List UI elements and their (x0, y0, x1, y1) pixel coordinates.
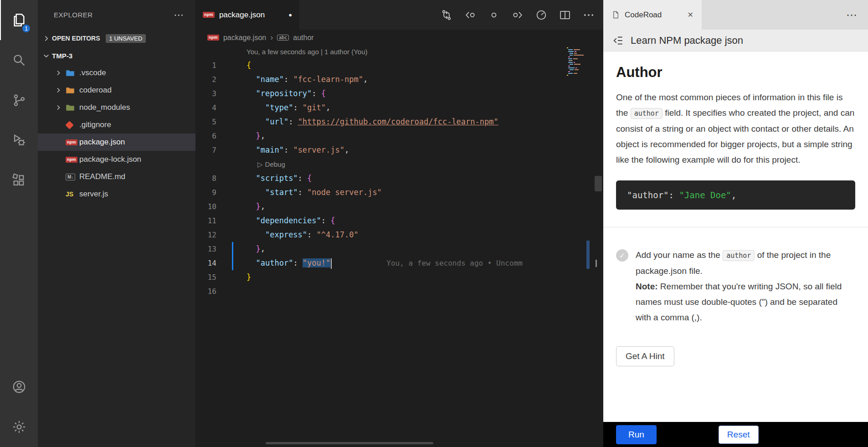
code-line-6[interactable]: 6 }, (195, 129, 565, 143)
record-step-icon[interactable] (488, 9, 500, 21)
tree-item-package-lock-json[interactable]: npmpackage-lock.json (38, 151, 195, 168)
npm-icon: npm (66, 139, 78, 145)
unsaved-dot-icon[interactable]: ● (288, 11, 292, 18)
task-check-icon: ✓ (616, 249, 628, 262)
codelens-authors[interactable]: You, a few seconds ago | 1 author (You) (195, 46, 565, 58)
search-activity-button[interactable] (0, 40, 38, 80)
modified-gutter-indicator (232, 228, 233, 242)
vscode-folder-icon (66, 69, 78, 77)
modified-gutter-indicator (232, 284, 233, 298)
code-line-15[interactable]: 15} (195, 270, 565, 284)
close-icon[interactable]: ✕ (688, 10, 693, 19)
code-line-12[interactable]: 12 "express": "^4.17.0" (195, 228, 565, 242)
modified-gutter-indicator (232, 101, 233, 115)
code-text: }, (247, 129, 265, 143)
modified-gutter-indicator (232, 72, 233, 87)
run-button[interactable]: Run (616, 425, 657, 444)
modified-gutter-indicator (232, 270, 233, 284)
tab-coderoad[interactable]: CodeRoad ✕ (603, 0, 702, 30)
code-line-5[interactable]: 5 "url": "https://github.com/coderoad/fc… (195, 115, 565, 129)
debug-codelens[interactable]: ▷Debug (247, 157, 285, 171)
code-text: "author": "you!"You, a few seconds ago •… (247, 256, 523, 270)
code-line-11[interactable]: 11 "dependencies": { (195, 214, 565, 228)
accounts-button[interactable] (0, 367, 38, 407)
file-label: .vscode (79, 68, 106, 77)
open-changes-icon[interactable] (440, 9, 453, 21)
workspace-root-folder[interactable]: TMP-3 (38, 47, 195, 64)
source-control-activity-button[interactable] (0, 80, 38, 120)
reset-button[interactable]: Reset (719, 426, 759, 444)
code-line-8[interactable]: 8 "scripts": { (195, 171, 565, 185)
tree-item-package-json[interactable]: npmpackage.json (38, 134, 195, 151)
open-editors-section[interactable]: OPEN EDITORS 1 UNSAVED (38, 30, 195, 47)
editor-tab-bar: npm package.json ● (195, 0, 603, 30)
get-hint-button[interactable]: Get A Hint (616, 346, 674, 366)
activity-bar: 1 (0, 0, 38, 447)
more-actions-icon[interactable] (582, 9, 595, 21)
more-actions-icon[interactable]: ⋯ (846, 9, 868, 21)
tree-item-coderoad[interactable]: coderoad (38, 82, 195, 99)
code-line-7[interactable]: 7 "main": "server.js", (195, 143, 565, 157)
code-text: "main": "server.js", (247, 143, 349, 157)
overview-ruler-slider[interactable] (595, 176, 602, 191)
code-line-10[interactable]: 10 }, (195, 200, 565, 214)
extensions-activity-button[interactable] (0, 160, 38, 200)
step-back-icon[interactable] (464, 9, 477, 21)
code-line-14[interactable]: 14 "author": "you!"You, a few seconds ag… (195, 256, 565, 270)
run-timer-icon[interactable] (535, 9, 548, 21)
line-number (195, 157, 228, 171)
code-line-1[interactable]: 1{ (195, 58, 565, 72)
breadcrumb: npm package.json › abc author (195, 30, 603, 46)
minimap[interactable] (565, 46, 586, 447)
code-text: }, (247, 242, 265, 256)
code-editor[interactable]: You, a few seconds ago | 1 author (You) … (195, 46, 565, 447)
code-line-9[interactable]: 9 "start": "node server.js" (195, 185, 565, 200)
modified-gutter-indicator (232, 185, 233, 200)
breadcrumb-symbol[interactable]: author (293, 34, 313, 42)
editor-toolbar (440, 0, 603, 30)
tree-item-readme-md[interactable]: M↓README.md (38, 168, 195, 185)
line-number: 14 (195, 256, 228, 270)
unsaved-badge: 1 UNSAVED (106, 34, 146, 43)
code-line-4[interactable]: 4 "type": "git", (195, 101, 565, 115)
tree-item-gitignore[interactable]: .gitignore (38, 116, 195, 134)
line-number: 4 (195, 101, 228, 115)
codelens-debug-line[interactable]: ▷Debug (195, 157, 565, 171)
run-debug-activity-button[interactable] (0, 120, 38, 160)
tutorial-title: Learn NPM package json (631, 35, 743, 46)
tree-item-vscode[interactable]: .vscode (38, 64, 195, 82)
breadcrumb-file[interactable]: package.json (223, 34, 266, 42)
minimap-code-preview (565, 46, 586, 91)
overview-ruler (586, 46, 603, 447)
code-text: "dependencies": { (247, 214, 335, 228)
code-line-13[interactable]: 13 }, (195, 242, 565, 256)
code-line-2[interactable]: 2 "name": "fcc-learn-npm", (195, 72, 565, 87)
split-editor-icon[interactable] (559, 9, 571, 21)
account-icon (11, 379, 27, 395)
tab-package-json[interactable]: npm package.json ● (195, 0, 299, 30)
code-text: { (247, 58, 251, 72)
code-line-3[interactable]: 3 "repository": { (195, 87, 565, 101)
settings-button[interactable] (0, 407, 38, 447)
horizontal-scrollbar[interactable] (266, 442, 433, 444)
file-label: node_modules (79, 103, 130, 112)
file-label: server.js (79, 190, 108, 199)
modified-gutter-indicator (232, 214, 233, 228)
explorer-activity-button[interactable]: 1 (0, 0, 38, 40)
tree-item-server-js[interactable]: JSserver.js (38, 185, 195, 203)
more-actions-icon[interactable]: ⋯ (174, 9, 185, 21)
npm-icon: npm (207, 35, 219, 41)
code-line-16[interactable]: 16 (195, 284, 565, 298)
line-number: 8 (195, 171, 228, 185)
run-debug-icon (11, 133, 27, 148)
tree-item-node-modules[interactable]: node_modules (38, 99, 195, 116)
line-number: 12 (195, 228, 228, 242)
step-forward-icon[interactable] (511, 9, 524, 21)
chevron-right-icon (55, 104, 66, 111)
folder-icon (66, 87, 78, 94)
back-menu-icon[interactable] (612, 35, 624, 46)
code-text: "start": "node server.js" (247, 185, 382, 200)
file-label: .gitignore (79, 120, 111, 129)
modified-gutter-indicator (232, 143, 233, 157)
code-text: "scripts": { (247, 171, 312, 185)
